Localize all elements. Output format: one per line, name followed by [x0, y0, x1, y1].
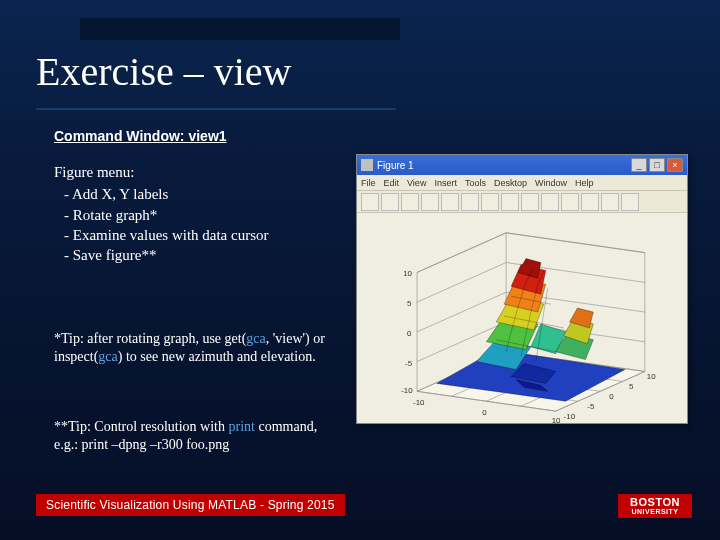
toolbar-button[interactable] [401, 193, 419, 211]
slide-title: Exercise – view [36, 48, 291, 95]
window-titlebar[interactable]: Figure 1 _ □ × [357, 155, 687, 175]
maximize-button[interactable]: □ [649, 158, 665, 172]
menu-file[interactable]: File [361, 178, 376, 188]
menu-window[interactable]: Window [535, 178, 567, 188]
y-tick: -5 [587, 402, 595, 411]
toolbar-button[interactable] [481, 193, 499, 211]
svg-line-17 [417, 263, 506, 303]
list-item: - Save figure** [64, 245, 354, 265]
menu-insert[interactable]: Insert [434, 178, 457, 188]
toolbar-button[interactable] [521, 193, 539, 211]
toolbar-button[interactable] [621, 193, 639, 211]
menu-view[interactable]: View [407, 178, 426, 188]
window-title: Figure 1 [377, 160, 414, 171]
code-gca: gca [246, 331, 265, 346]
x-tick: 0 [482, 408, 487, 417]
code-print: print [229, 419, 255, 434]
close-button[interactable]: × [667, 158, 683, 172]
z-tick: -10 [401, 386, 413, 395]
toolbar-button[interactable] [361, 193, 379, 211]
z-tick: 0 [407, 329, 412, 338]
decorative-bar [80, 18, 400, 40]
menu-desktop[interactable]: Desktop [494, 178, 527, 188]
toolbar-button[interactable] [421, 193, 439, 211]
y-tick: 10 [647, 372, 656, 381]
svg-line-20 [506, 233, 645, 253]
minimize-button[interactable]: _ [631, 158, 647, 172]
svg-line-18 [417, 292, 506, 332]
z-tick: 5 [407, 299, 412, 308]
toolbar-button[interactable] [441, 193, 459, 211]
menu-edit[interactable]: Edit [384, 178, 400, 188]
menu-help[interactable]: Help [575, 178, 594, 188]
y-tick: -10 [564, 412, 576, 421]
y-tick: 0 [609, 392, 614, 401]
list-item: - Add X, Y labels [64, 184, 354, 204]
toolbar-button[interactable] [581, 193, 599, 211]
toolbar-button[interactable] [501, 193, 519, 211]
toolbar-button[interactable] [461, 193, 479, 211]
list-item: - Examine values with data cursor [64, 225, 354, 245]
menu-tools[interactable]: Tools [465, 178, 486, 188]
x-tick: 10 [552, 416, 561, 423]
surface-plot[interactable]: 10 5 0 -5 -10 -10 0 10 -10 -5 0 5 10 [357, 213, 687, 423]
z-tick: 10 [403, 269, 412, 278]
tip-print: **Tip: Control resolution with print com… [54, 418, 344, 454]
toolbar-button[interactable] [381, 193, 399, 211]
figure-menu-heading: Figure menu: [54, 162, 354, 182]
command-window-label: Command Window: view1 [54, 128, 227, 144]
window-icon [361, 159, 373, 171]
toolbar-button[interactable] [561, 193, 579, 211]
footer-banner: Scientific Visualization Using MATLAB - … [36, 494, 345, 516]
menu-bar[interactable]: File Edit View Insert Tools Desktop Wind… [357, 175, 687, 191]
z-tick: -5 [405, 359, 413, 368]
tip-rotate: *Tip: after rotating graph, use get(gca,… [54, 330, 334, 366]
boston-university-logo: BOSTON UNIVERSITY [618, 494, 692, 518]
svg-line-16 [417, 233, 506, 273]
toolbar-button[interactable] [541, 193, 559, 211]
code-gca: gca [98, 349, 117, 364]
toolbar-button[interactable] [601, 193, 619, 211]
list-item: - Rotate graph* [64, 205, 354, 225]
matlab-figure-window: Figure 1 _ □ × File Edit View Insert Too… [356, 154, 688, 424]
y-tick: 5 [629, 382, 634, 391]
divider [36, 108, 396, 110]
toolbar[interactable] [357, 191, 687, 213]
plot-area[interactable]: 10 5 0 -5 -10 -10 0 10 -10 -5 0 5 10 [357, 213, 687, 423]
figure-menu-text: Figure menu: - Add X, Y labels - Rotate … [54, 162, 354, 265]
x-tick: -10 [413, 398, 425, 407]
